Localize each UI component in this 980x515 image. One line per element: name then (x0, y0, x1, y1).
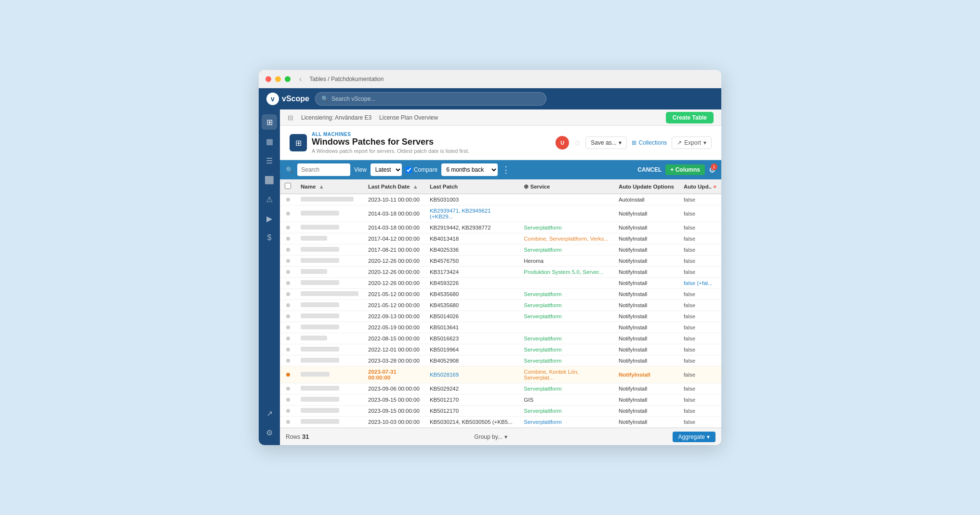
date-cell: 2023-10-11 00:00:00 (363, 194, 425, 205)
service-cell[interactable]: Combine, Serverplattform, Verks... (519, 233, 614, 244)
auto-upd-cell: false (679, 194, 721, 205)
search-input[interactable] (297, 163, 350, 176)
patch-cell: KB4013418 (425, 233, 519, 244)
compare-checkbox[interactable] (406, 167, 412, 173)
auto-update-cell: NotifyInstall (614, 300, 679, 311)
dot-cell (280, 311, 296, 322)
cancel-button[interactable]: CANCEL (637, 166, 662, 173)
select-all-checkbox[interactable] (285, 183, 291, 189)
auto-upd-cell: false (679, 244, 721, 256)
auto-update-cell: NotifyInstall (614, 278, 679, 289)
col-name: Name ▲ (296, 179, 363, 194)
global-search-bar[interactable]: 🔍 Search vScope... (315, 92, 546, 106)
patch-cell[interactable]: KB5030214, KB5030505 (+KB5... (425, 417, 519, 428)
col-auto-update-options: Auto Update Options (614, 179, 679, 194)
dot-cell (280, 244, 296, 256)
sidebar-icon-list[interactable]: ☰ (262, 153, 277, 168)
filter-button[interactable]: ⚙ 1 (709, 165, 715, 175)
dot-cell (280, 355, 296, 366)
col-service: ⊕ Service (519, 179, 614, 194)
auto-upd-cell: false (679, 300, 721, 311)
dot-cell (280, 383, 296, 394)
compare-checkbox-group[interactable]: Compare (406, 166, 437, 173)
sidebar-icon-settings[interactable]: ⚙ (262, 425, 277, 440)
service-cell[interactable]: Serverplattform (519, 383, 614, 394)
auto-upd-cell: false (679, 344, 721, 355)
maximize-button[interactable] (285, 76, 291, 82)
tabs-row: ⊟ Licensiering: Användare E3 License Pla… (280, 109, 721, 126)
service-cell[interactable]: Serverplattform (519, 417, 614, 428)
sidebar-icon-page[interactable]: ⬜ (262, 172, 277, 188)
auto-upd-cell: false (679, 322, 721, 333)
patch-cell: KB3173424 (425, 267, 519, 278)
rows-count: 31 (302, 433, 309, 440)
table-row: 2017-08-21 00:00:00KB4025336Serverplattf… (280, 244, 721, 256)
export-button[interactable]: ↗ Export ▾ (672, 136, 712, 149)
star-icon[interactable]: ☆ (574, 138, 581, 148)
name-cell (296, 322, 363, 333)
tab-license-plan[interactable]: License Plan Overview (379, 112, 438, 123)
service-cell[interactable]: Serverplattform (519, 344, 614, 355)
sidebar-icon-dollar[interactable]: $ (262, 230, 277, 245)
auto-upd-cell: false (679, 311, 721, 322)
service-cell[interactable]: Serverplattform (519, 333, 614, 344)
tab-licensiering[interactable]: Licensiering: Användare E3 (301, 112, 371, 123)
service-cell[interactable]: Serverplattform (519, 406, 614, 417)
service-cell[interactable]: Produktion System 5.0, Server... (519, 267, 614, 278)
name-cell (296, 300, 363, 311)
service-cell[interactable]: Serverplattform (519, 289, 614, 300)
auto-update-cell: NotifyInstall (614, 267, 679, 278)
dot-cell (280, 322, 296, 333)
sidebar-icon-play[interactable]: ▶ (262, 211, 277, 226)
patch-cell: KB5014026 (425, 311, 519, 322)
group-by-button[interactable]: Group by... ▾ (474, 434, 507, 440)
more-options-button[interactable]: ⋮ (502, 165, 510, 174)
sidebar-icon-dashboard[interactable]: ▦ (262, 134, 277, 149)
service-cell[interactable]: Serverplattform (519, 244, 614, 256)
name-cell (296, 417, 363, 428)
auto-upd-cell[interactable]: false (+fal... (679, 278, 721, 289)
table-row: 2022-09-13 00:00:00KB5014026Serverplattf… (280, 311, 721, 322)
service-cell[interactable]: Combine, Kontek Lön, Serverplat... (519, 366, 614, 383)
create-table-button[interactable]: Create Table (666, 112, 714, 123)
sidebar-icon-table[interactable]: ⊞ (262, 114, 277, 130)
save-as-button[interactable]: Save as... ▾ (585, 136, 626, 149)
service-cell[interactable]: Serverplattform (519, 222, 614, 233)
table-row: 2023-10-03 00:00:00KB5030214, KB5030505 … (280, 417, 721, 428)
service-cell[interactable]: Serverplattform (519, 355, 614, 366)
dot-cell (280, 194, 296, 205)
auto-update-cell: NotifyInstall (614, 417, 679, 428)
service-cell[interactable]: Serverplattform (519, 300, 614, 311)
sidebar-icon-integrations[interactable]: ↗ (262, 406, 277, 421)
name-cell (296, 355, 363, 366)
months-select[interactable]: 6 months back 3 months back 12 months ba… (441, 163, 498, 176)
date-cell: 2023-10-03 00:00:00 (363, 417, 425, 428)
tab-icon: ⊟ (288, 114, 293, 122)
collections-button[interactable]: ⊞ Collections (632, 139, 667, 146)
columns-button[interactable]: + Columns (665, 164, 705, 175)
auto-upd-cell: false (679, 333, 721, 344)
compare-label: Compare (414, 166, 437, 173)
auto-update-cell: NotifyInstall (614, 222, 679, 233)
minimize-button[interactable] (275, 76, 281, 82)
date-cell: 2020-12-26 00:00:00 (363, 278, 425, 289)
patch-cell[interactable]: KB5028169 (425, 366, 519, 383)
aggregate-button[interactable]: Aggregate ▾ (673, 432, 715, 442)
table-row: 2021-05-12 00:00:00KB4535680Serverplattf… (280, 300, 721, 311)
patch-cell[interactable]: KB2939471, KB2949621 (+KB29... (425, 205, 519, 222)
service-cell[interactable]: Serverplattform (519, 311, 614, 322)
rows-label: Rows (286, 434, 300, 440)
view-select[interactable]: Latest All (371, 163, 402, 176)
close-button[interactable] (265, 76, 271, 82)
rows-info: Rows 31 (286, 433, 309, 440)
dot-cell (280, 267, 296, 278)
date-cell: 2023-09-15 00:00:00 (363, 394, 425, 406)
auto-upd-cell: false (679, 417, 721, 428)
sidebar-icon-alert[interactable]: ⚠ (262, 191, 277, 207)
date-cell: 2023-09-06 00:00:00 (363, 383, 425, 394)
auto-upd-cell: false (679, 355, 721, 366)
back-button[interactable]: ‹ (299, 75, 302, 83)
view-label: View (354, 166, 367, 173)
date-cell: 2023-07-31 00:00:00 (363, 366, 425, 383)
name-cell (296, 256, 363, 267)
